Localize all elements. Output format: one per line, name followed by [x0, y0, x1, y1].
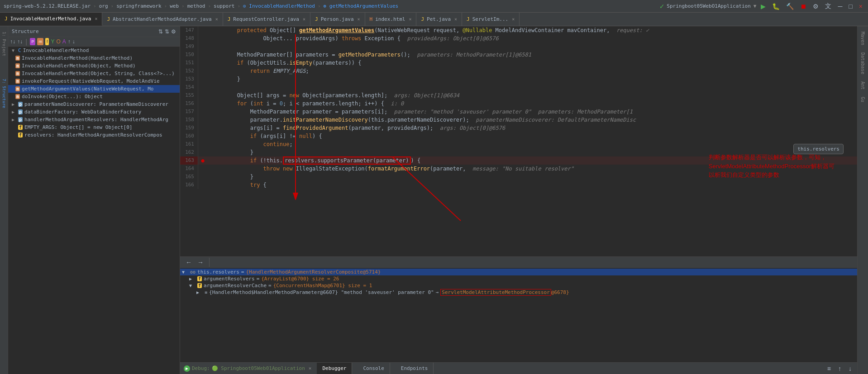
sidebar-m-btn[interactable]: m — [37, 38, 43, 45]
code-line-151: 151 if (ObjectUtils.isEmpty(parameters))… — [180, 59, 857, 67]
tab-close-icon[interactable]: × — [409, 17, 411, 22]
chinese-text: 判断参数解析器是否可以解析该参数，可知，ServletModelAttribut… — [709, 154, 835, 178]
tree-field-param-discoverer[interactable]: ▶ p parameterNameDiscoverer: ParameterNa… — [8, 100, 180, 108]
left-project-tabs: 1: Project 7: Structure — [0, 26, 8, 374]
tree-method-doinvoke[interactable]: m doInvoke(Object...): Object — [8, 93, 180, 100]
sidebar-f-btn[interactable]: f — [45, 38, 49, 45]
tree-method-getargs[interactable]: m getMethodArgumentValues(NativeWebReque… — [8, 85, 180, 93]
tab-close-icon[interactable]: × — [454, 17, 457, 22]
debug-item-cache[interactable]: ▼ f argumentResolverCache = {ConcurrentH… — [180, 282, 857, 289]
sidebar-sort-btn[interactable]: ↑↓ — [10, 38, 15, 45]
translate-button[interactable]: 文 — [823, 1, 833, 11]
tree-item-root[interactable]: ▼ C InvocableHandlerMethod — [8, 47, 180, 54]
tab-pet[interactable]: J Pet.java × — [416, 13, 462, 26]
tree-method-3[interactable]: m InvocableHandlerMethod(Object, String,… — [8, 70, 180, 77]
breadcrumb-item-class[interactable]: ⊙ InvocableHandlerMethod — [243, 3, 315, 9]
maximize-button[interactable]: □ — [847, 2, 854, 11]
breadcrumb-item[interactable]: springframework — [116, 3, 161, 9]
collapse-icon: ▼ — [182, 270, 188, 275]
debug-tool-nav-back[interactable]: ← — [184, 258, 194, 267]
breadcrumb-item[interactable]: spring-web-5.2.12.RELEASE.jar — [4, 3, 91, 9]
tab-invocable[interactable]: J InvocableHandlerMethod.java × — [0, 13, 102, 26]
debug-console-tab[interactable]: Console — [358, 363, 390, 374]
field-icon: p — [18, 102, 23, 107]
settings-sidebar-button[interactable]: ⚙ — [171, 28, 176, 35]
tree-method-1[interactable]: m InvocableHandlerMethod(HandlerMethod) — [8, 54, 180, 62]
field-icon: f — [197, 283, 202, 288]
tree-field-databinder[interactable]: ▶ p dataBinderFactory: WebDataBinderFact… — [8, 108, 180, 116]
database-tab[interactable]: Database — [858, 49, 867, 78]
debug-var-name: argumentResolvers — [204, 276, 255, 282]
tree-label: resolvers: HandlerMethodArgumentResolver… — [24, 132, 162, 138]
debug-item-root[interactable]: ▼ oo this.resolvers = {HandlerMethodArgu… — [180, 269, 857, 275]
tab-label: InvocableHandlerMethod.java — [10, 16, 91, 22]
sort-button[interactable]: ⇅ — [158, 28, 163, 35]
debug-var-value: {ArrayList@6700} size = 26 — [261, 276, 339, 282]
maven-tab[interactable]: Maven — [858, 28, 867, 49]
debug-icon-btn1[interactable]: ≡ — [825, 364, 833, 373]
breadcrumb-item[interactable]: method — [187, 3, 205, 9]
tree-label: InvocableHandlerMethod — [23, 47, 89, 53]
structure-tab-left[interactable]: 7: Structure — [1, 77, 7, 110]
gu-tab[interactable]: Gu — [858, 93, 867, 106]
breadcrumb-item[interactable]: support — [214, 3, 234, 9]
sidebar-y-btn[interactable]: Y — [51, 38, 54, 45]
tab-servlet[interactable]: J ServletIm... × — [462, 13, 520, 26]
tab-person[interactable]: J Person.java × — [310, 13, 365, 26]
sidebar-up-btn[interactable]: ↑ — [68, 38, 71, 45]
minimize-button[interactable]: ─ — [836, 2, 844, 11]
close-button[interactable]: × — [857, 2, 864, 11]
sidebar-sort-btn2[interactable]: ↑↓ — [17, 38, 23, 45]
sidebar-tree: ↑↓ ↑↓ | P m f Y O A ↑ ↓ ▼ C InvocableHan… — [8, 37, 180, 374]
debug-endpoints-tab[interactable]: Endpoints — [396, 363, 434, 374]
tab-index[interactable]: H index.html × — [365, 13, 417, 26]
tab-close-icon[interactable]: × — [358, 17, 360, 22]
ant-tab[interactable]: Ant — [858, 78, 867, 93]
code-line-161: 161 continue; — [180, 140, 857, 148]
code-line-166: 166 try { — [180, 181, 857, 189]
tab-close-icon[interactable]: × — [512, 17, 515, 22]
debug-tab-close[interactable]: × — [309, 365, 312, 371]
tab-label: Person.java — [321, 16, 354, 22]
sidebar-p-btn[interactable]: P — [30, 38, 35, 45]
tab-close-icon[interactable]: × — [215, 17, 218, 22]
sidebar-o-btn[interactable]: O — [56, 38, 60, 45]
debug-item-resolvers[interactable]: ▶ f argumentResolvers = {ArrayList@6700}… — [180, 275, 857, 282]
tree-field-resolvers[interactable]: ▶ p handlerMethodArgumentResolvers: Hand… — [8, 116, 180, 123]
debug-button[interactable]: 🐛 — [770, 2, 782, 11]
debug-item-map-entry[interactable]: ▶ ≡ {HandlerMethod$HandlerMethodParamete… — [180, 289, 857, 296]
breadcrumb-item[interactable]: org — [99, 3, 108, 9]
breadcrumb-item-method[interactable]: ⊕ getMethodArgumentValues — [324, 3, 399, 9]
settings-button[interactable]: ⚙ — [811, 2, 820, 11]
code-line-147: 147 protected Object[] getMethodArgument… — [180, 26, 857, 34]
sidebar-down-btn[interactable]: ↓ — [72, 38, 75, 45]
tab-close-icon[interactable]: × — [95, 16, 97, 21]
tree-field-res-comp[interactable]: f resolvers: HandlerMethodArgumentResolv… — [8, 131, 180, 139]
tab-abstract[interactable]: J AbstractHandlerMethodAdapter.java × — [102, 13, 223, 26]
method-icon: m — [15, 63, 20, 68]
build-button[interactable]: 🔨 — [784, 2, 796, 11]
tree-field-empty[interactable]: f EMPTY_ARGS: Object[] = new Object[0] — [8, 123, 180, 131]
sidebar-a-btn[interactable]: A — [62, 38, 66, 45]
tree-label: getMethodArgumentValues(NativeWebRequest… — [22, 86, 153, 92]
stop-button[interactable]: ⏹ — [798, 2, 808, 11]
breadcrumb-item[interactable]: web — [170, 3, 179, 9]
debug-icon-btn3[interactable]: ↓ — [847, 364, 854, 373]
project-tab[interactable]: 1: Project — [1, 30, 7, 58]
debug-icon-btn2[interactable]: ↑ — [836, 364, 843, 373]
tab-icon: J — [5, 16, 8, 22]
debug-var-value: ServletModelAttributeMethodProcessor@667… — [440, 289, 569, 295]
field-icon: f — [18, 133, 23, 137]
tab-request-controller[interactable]: J RequestController.java × — [223, 13, 310, 26]
nav-icon: ✓ — [660, 2, 664, 10]
run-button[interactable]: ▶ — [759, 2, 768, 11]
breakpoint-icon[interactable]: ● — [201, 157, 204, 164]
tree-method-invoke[interactable]: m invokeForRequest(NativeWebRequest, Mod… — [8, 77, 180, 85]
debug-tool-nav-fwd[interactable]: → — [196, 258, 205, 267]
method-icon: m — [15, 56, 20, 61]
sort-alpha-button[interactable]: ⇅ — [165, 28, 169, 35]
oo-icon: oo — [190, 270, 196, 275]
tab-close-icon[interactable]: × — [303, 17, 305, 22]
tree-method-2[interactable]: m InvocableHandlerMethod(Object, Method) — [8, 62, 180, 70]
debug-debugger-tab[interactable]: Debugger — [317, 363, 352, 374]
